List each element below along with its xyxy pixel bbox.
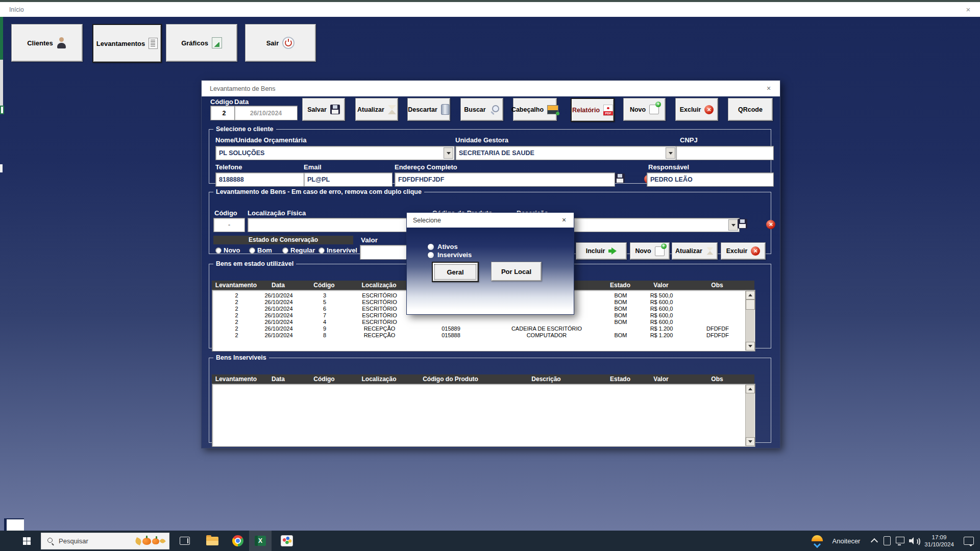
group-title: Bens em estado utilizável — [213, 260, 296, 267]
tray-expand-button[interactable] — [868, 531, 881, 551]
task-view-button[interactable] — [175, 531, 195, 551]
cell: ESCRITÓRIO — [353, 306, 406, 312]
vertical-scrollbar[interactable] — [745, 385, 754, 446]
codigo-field[interactable]: 2 — [210, 106, 238, 120]
table-row[interactable]: 226/10/20244ESCRITÓRIOBOMR$ 600,0 — [212, 318, 755, 325]
cell: 6 — [297, 306, 353, 312]
cell: BOM — [598, 332, 644, 338]
delete-item-icon[interactable] — [766, 220, 775, 229]
scroll-down-icon[interactable] — [746, 342, 755, 350]
button-label: Novo — [635, 247, 651, 255]
radio-ativos[interactable] — [427, 243, 434, 251]
form-close-icon[interactable]: × — [763, 84, 775, 92]
menu-button-levantamentos[interactable]: Levantamentos — [92, 24, 162, 63]
cell: 26/10/2024 — [261, 306, 297, 312]
taskbar-search[interactable]: Pesquisar — [41, 533, 169, 549]
tray-device-button[interactable] — [881, 531, 893, 551]
incluir-button[interactable]: Incluir — [576, 242, 627, 260]
nome-combobox[interactable]: PL SOLUÇÕES — [215, 146, 455, 160]
menu-button-sair[interactable]: Sair — [245, 24, 316, 62]
cell: R$ 600,0 — [644, 306, 679, 312]
relatorio-button[interactable]: Relatório — [571, 98, 615, 122]
halloween-decoration — [135, 538, 165, 545]
radio-inserviveis[interactable] — [427, 252, 434, 259]
email-field[interactable]: PL@PL — [304, 172, 393, 187]
endereco-field[interactable]: FDFDFHDFJDF — [395, 172, 615, 187]
data-field[interactable]: 26/10/2024 — [234, 106, 298, 120]
chrome-button[interactable] — [228, 531, 248, 551]
excel-button[interactable] — [249, 531, 272, 551]
cnpj-field[interactable] — [676, 146, 774, 160]
menu-button-graficos[interactable]: Gráficos — [166, 24, 237, 62]
qrcode-button[interactable]: QRcode — [728, 98, 773, 121]
responsavel-field[interactable]: PEDRO LEÃO — [647, 172, 774, 187]
weather-label[interactable]: Anoitecer — [826, 531, 867, 551]
weather-widget[interactable] — [810, 531, 825, 551]
scroll-down-icon[interactable] — [746, 437, 755, 446]
radio-inserviveis-label: Inservíveis — [437, 251, 472, 259]
save-client-icon[interactable] — [615, 173, 625, 183]
bens-inserviveis-list[interactable] — [212, 384, 755, 447]
bens-codigo-field[interactable]: - — [213, 218, 245, 232]
por-local-button[interactable]: Por Local — [491, 262, 542, 281]
table-row[interactable]: 226/10/20249RECEPÇÃO015889CADEIRA DE ESC… — [212, 325, 755, 332]
email-label: Email — [304, 163, 322, 171]
chrome-icon — [232, 535, 243, 546]
clock[interactable]: 17:09 31/10/2024 — [921, 531, 958, 551]
codigo-label: Código — [210, 98, 233, 106]
sunset-weather-icon — [812, 535, 823, 541]
chevron-down-icon[interactable] — [444, 147, 453, 159]
table-row[interactable]: 226/10/20248RECEPÇÃO015888COMPUTADORBOMR… — [212, 332, 755, 338]
notification-center-button[interactable] — [960, 531, 978, 551]
radio-regular[interactable] — [282, 247, 288, 254]
excluir-item-button[interactable]: Excluir — [721, 242, 766, 260]
radio-novo-label: Novo — [224, 246, 240, 254]
tray-volume-button[interactable] — [906, 531, 921, 551]
novo-item-button[interactable]: Novo — [630, 242, 670, 260]
chevron-down-icon[interactable] — [666, 147, 675, 159]
radio-inservivel[interactable] — [318, 247, 325, 254]
tray-network-button[interactable] — [893, 531, 906, 551]
main-window-close-icon[interactable]: × — [962, 5, 975, 14]
radio-bom[interactable] — [249, 247, 255, 254]
novo-button[interactable]: Novo — [623, 98, 666, 121]
atualizar-item-button[interactable]: Atualizar — [672, 242, 718, 260]
cabecalho-button[interactable]: Cabeçalho — [513, 98, 557, 121]
telefone-field[interactable]: 8188888 — [215, 172, 304, 187]
group-title: Levantamento de Bens - Em caso de erro, … — [213, 188, 424, 195]
buscar-button[interactable]: Buscar — [460, 98, 503, 121]
geral-button[interactable]: Geral — [432, 262, 479, 282]
chevron-down-icon[interactable] — [728, 219, 738, 231]
start-button[interactable] — [15, 531, 38, 551]
scroll-up-icon[interactable] — [746, 385, 755, 393]
device-icon — [884, 536, 891, 545]
salvar-button[interactable]: Salvar — [302, 98, 345, 121]
combobox-value: SECRETARIA DE SAUDE — [459, 149, 534, 157]
endereco-label: Endereço Completo — [395, 163, 457, 171]
descartar-button[interactable]: Descartar — [407, 98, 450, 121]
new-document-icon — [655, 246, 665, 256]
scrollbar-thumb[interactable] — [746, 299, 755, 310]
scroll-up-icon[interactable] — [746, 291, 755, 299]
cell: 2 — [212, 312, 261, 318]
person-icon — [57, 37, 67, 48]
atualizar-button[interactable]: Atualizar — [355, 98, 398, 121]
file-explorer-button[interactable] — [202, 531, 223, 551]
paint-button[interactable] — [277, 531, 297, 551]
menu-button-clientes[interactable]: Clientes — [11, 24, 83, 62]
localizacao-combobox[interactable] — [248, 218, 409, 232]
vertical-scrollbar[interactable] — [745, 291, 754, 350]
radio-novo[interactable] — [215, 247, 222, 254]
excel-window-edge — [0, 17, 3, 60]
group-title: Selecione o cliente — [213, 126, 276, 133]
pumpkin-icon — [142, 538, 151, 545]
unidade-gestora-combobox[interactable]: SECRETARIA DE SAUDE — [455, 146, 677, 160]
search-icon — [47, 538, 55, 545]
group-title: Bens Inservíveis — [213, 354, 269, 361]
excluir-button[interactable]: Excluir — [675, 98, 718, 121]
save-item-icon[interactable] — [738, 219, 747, 229]
column-header: Localização — [352, 282, 406, 289]
dialog-titlebar[interactable]: Selecione × — [407, 213, 574, 228]
form-titlebar[interactable]: Levantamento de Bens × — [202, 81, 780, 96]
dialog-close-icon[interactable]: × — [558, 216, 570, 224]
